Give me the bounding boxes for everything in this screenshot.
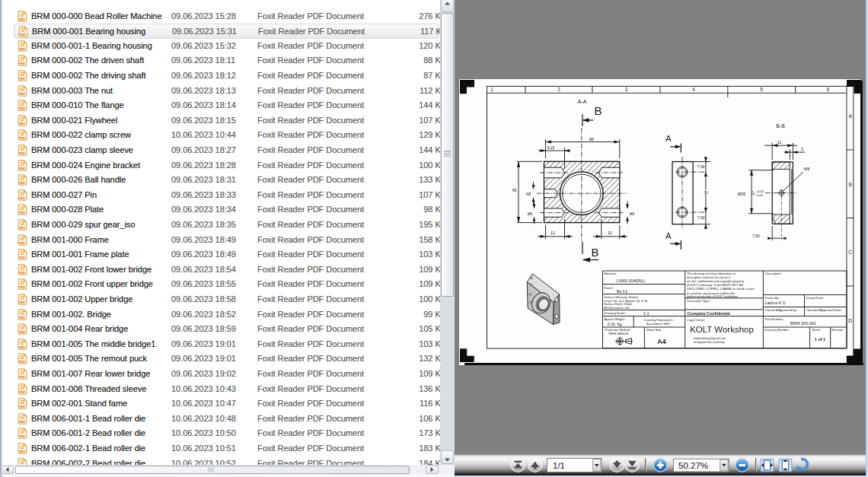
svg-text:PDF: PDF (19, 182, 25, 185)
svg-text:BRM 000-001: BRM 000-001 (790, 321, 816, 326)
svg-text:PDF: PDF (19, 242, 25, 245)
svg-text:G: G (20, 444, 24, 450)
svg-text:G: G (20, 281, 24, 286)
svg-text:PDF: PDF (19, 78, 25, 81)
svg-text:Surface Finish: 6,8µm: Surface Finish: 6,8µm (605, 303, 633, 306)
svg-text:PDF: PDF (19, 286, 25, 289)
svg-text:G: G (20, 146, 24, 151)
svg-text:C: C (848, 250, 852, 255)
svg-text:Sheet Size:: Sheet Size: (646, 328, 662, 332)
svg-text:Description:: Description: (765, 272, 782, 275)
svg-text:G: G (20, 57, 24, 62)
svg-text:⌀7: ⌀7 (751, 190, 755, 195)
svg-text:PDF: PDF (19, 405, 25, 409)
svg-text:M8: M8 (528, 212, 533, 216)
svg-text:G: G (20, 132, 24, 137)
svg-text:PDF: PDF (19, 137, 25, 140)
svg-text:G: G (20, 161, 24, 167)
svg-text:4: 4 (692, 87, 695, 92)
svg-text:G: G (20, 325, 24, 330)
svg-text:A: A (848, 113, 852, 119)
svg-text:PDF: PDF (19, 331, 25, 334)
svg-text:PDF: PDF (19, 122, 25, 126)
svg-text:7,50: 7,50 (752, 234, 760, 238)
svg-text:1:1: 1:1 (643, 311, 649, 316)
svg-text:Finish:: Finish: (605, 286, 614, 290)
svg-text:1/1: 1/1 (553, 461, 565, 470)
svg-text:G: G (20, 101, 24, 107)
svg-text:50.27%: 50.27% (678, 461, 708, 470)
svg-text:G: G (20, 460, 24, 465)
svg-text:G: G (20, 430, 24, 435)
svg-text:G: G (20, 295, 24, 301)
svg-text:M8: M8 (630, 212, 635, 216)
svg-text:B: B (595, 104, 602, 117)
svg-text:Drawing Scale:: Drawing Scale: (605, 311, 626, 315)
svg-text:Document Type:: Document Type: (688, 299, 710, 303)
svg-text:G: G (20, 72, 24, 77)
svg-text:PDF: PDF (19, 421, 25, 424)
svg-text:G: G (20, 310, 24, 316)
svg-text:G: G (20, 206, 24, 211)
svg-text:1 of 1: 1 of 1 (815, 337, 825, 342)
svg-text:Drawn Date:: Drawn Date: (806, 296, 824, 300)
svg-text:1: 1 (490, 87, 493, 92)
svg-text:Accordance With:: Accordance With: (646, 322, 670, 326)
svg-text:PDF: PDF (19, 435, 25, 438)
svg-text:66: 66 (589, 137, 594, 142)
svg-text:0.16 Kg: 0.16 Kg (608, 322, 622, 326)
svg-text:G: G (20, 385, 24, 390)
svg-text:G: G (20, 191, 24, 196)
svg-text:THIRD ANGLE: THIRD ANGLE (608, 332, 629, 335)
svg-text:G: G (20, 399, 24, 405)
svg-text:koltworkshop@gmail.com: koltworkshop@gmail.com (694, 337, 726, 340)
svg-text:Approx Weight:: Approx Weight: (605, 317, 625, 321)
svg-text:PDF: PDF (19, 152, 25, 155)
svg-text:B: B (592, 246, 599, 259)
svg-text:PDF: PDF (19, 256, 25, 259)
svg-text:PDF: PDF (19, 211, 25, 215)
svg-text:Material:: Material: (605, 272, 617, 275)
svg-text:A4: A4 (657, 338, 666, 345)
svg-text:12: 12 (608, 231, 612, 235)
svg-text:PDF: PDF (19, 227, 25, 230)
svg-text:12: 12 (777, 140, 782, 145)
svg-text:Sheet:: Sheet: (812, 328, 822, 332)
svg-text:G: G (20, 12, 24, 17)
svg-text:G: G (20, 266, 24, 271)
svg-text:PDF: PDF (19, 301, 25, 304)
svg-text:G: G (20, 370, 24, 375)
svg-text:Legal Owner:: Legal Owner: (688, 318, 706, 322)
svg-text:-0,01: -0,01 (756, 193, 764, 197)
svg-text:G: G (20, 355, 24, 361)
svg-text:G: G (20, 415, 24, 420)
svg-text:3: 3 (801, 147, 803, 151)
svg-text:PDF: PDF (19, 391, 25, 394)
svg-text:PDF: PDF (20, 33, 26, 37)
svg-text:instagram:kolt_workshop: instagram:kolt_workshop (694, 341, 725, 344)
svg-text:G: G (20, 42, 24, 47)
svg-text:PDF: PDF (19, 18, 25, 21)
svg-text:Company Confidential: Company Confidential (688, 311, 731, 316)
svg-text:Part Number:: Part Number: (765, 317, 784, 321)
svg-text:PDF: PDF (19, 62, 25, 65)
svg-text:5: 5 (760, 87, 763, 92)
svg-text:PDF: PDF (19, 316, 25, 320)
svg-text:KOLT Workshop: KOLT Workshop (690, 325, 754, 334)
svg-text:Ø35: Ø35 (738, 192, 745, 196)
svg-text:2: 2 (557, 87, 560, 92)
svg-text:PDF: PDF (19, 272, 25, 275)
svg-text:PDF: PDF (19, 48, 25, 51)
svg-text:Drawing Number:: Drawing Number: (765, 328, 790, 332)
svg-text:Revision:: Revision: (831, 329, 844, 332)
svg-text:G: G (20, 87, 24, 92)
svg-text:PDF: PDF (19, 107, 25, 110)
svg-text:written permission of KOLT wor: written permission of KOLT workshop (687, 294, 739, 298)
svg-text:G: G (20, 176, 24, 181)
svg-text:+0,01: +0,01 (756, 189, 764, 193)
svg-text:PDF: PDF (19, 197, 25, 200)
svg-text:9,15: 9,15 (547, 145, 555, 150)
svg-text:G: G (20, 236, 24, 241)
svg-text:30: 30 (704, 190, 708, 195)
svg-text:6: 6 (827, 87, 830, 92)
